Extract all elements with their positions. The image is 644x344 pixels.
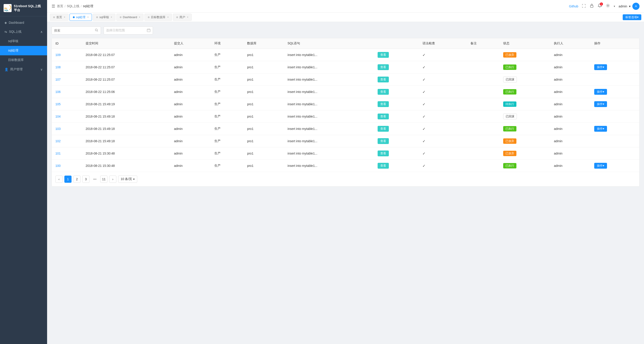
lock-icon[interactable] — [590, 3, 594, 9]
cell-db: pro1 — [244, 86, 284, 98]
view-button[interactable]: 查看 — [378, 114, 389, 119]
view-button[interactable]: 查看 — [378, 163, 389, 169]
tab-sql-process[interactable]: sql处理 × — [70, 14, 92, 21]
cell-executor: admin — [550, 49, 591, 61]
svg-text:SQL: SQL — [4, 9, 9, 11]
status-badge: 已执行 — [503, 64, 516, 70]
id-link[interactable]: 103 — [56, 127, 60, 131]
col-executor: 执行人 — [550, 38, 591, 49]
sidebar-section-user-mgmt[interactable]: 👤 用户管理 ∨ — [0, 65, 47, 74]
view-button[interactable]: 查看 — [378, 52, 389, 58]
table-row: 107 2018-08-22 11:25:07 admin 生产 pro1 in… — [52, 73, 639, 86]
action-button[interactable]: 操作▾ — [594, 126, 607, 132]
id-link[interactable]: 108 — [56, 65, 60, 69]
tab-target-db[interactable]: 目标数据库 × — [144, 14, 172, 21]
svg-rect-3 — [590, 5, 593, 7]
tab-close-sql-process[interactable]: × — [87, 16, 88, 18]
breadcrumb-home[interactable]: 首页 — [57, 4, 63, 8]
id-link[interactable]: 100 — [56, 164, 60, 168]
view-button[interactable]: 查看 — [378, 89, 389, 95]
breadcrumb-sql-online[interactable]: SQL上线 — [67, 4, 80, 8]
filter-bar: 选择日期范围 — [52, 26, 640, 34]
bell-icon[interactable]: 1 — [598, 3, 602, 9]
cell-submitter: admin — [170, 49, 211, 61]
tab-users[interactable]: 用户 × — [173, 14, 192, 21]
sidebar-item-target-db[interactable]: 目标数据库 — [0, 55, 47, 65]
action-button[interactable]: 操作▾ — [594, 163, 607, 169]
sidebar-logo-text: 51reboot SQL上线平台 — [14, 4, 44, 12]
cell-env: 生产 — [211, 110, 244, 123]
tab-close-dashboard[interactable]: × — [139, 16, 140, 18]
view-button[interactable]: 查看 — [378, 77, 389, 82]
check-mark: ✓ — [422, 102, 425, 106]
search-box[interactable] — [52, 26, 101, 34]
pagination-next[interactable]: › — [109, 175, 116, 183]
check-mark: ✓ — [422, 53, 425, 57]
action-button[interactable]: 操作▾ — [594, 101, 607, 107]
sidebar-section-sql-online[interactable]: ⇆ SQL上线 ∧ — [0, 27, 47, 36]
settings-icon[interactable] — [606, 3, 610, 9]
pagination-page-3[interactable]: 3 — [82, 175, 90, 183]
header-right: Github ⛶ 1 ▾ — [569, 3, 640, 10]
pagination-page-11[interactable]: 11 — [100, 175, 108, 183]
table-row: 108 2018-08-22 11:25:07 admin 生产 pro1 in… — [52, 61, 639, 73]
id-link[interactable]: 109 — [56, 53, 60, 57]
search-icon[interactable] — [95, 28, 98, 33]
cell-syntax: ✓ — [419, 110, 467, 123]
user-menu[interactable]: admin ▾ A — [619, 3, 640, 10]
cell-executor: admin — [550, 123, 591, 135]
view-button[interactable]: 查看 — [378, 126, 389, 132]
date-picker[interactable]: 选择日期范围 — [104, 26, 153, 34]
sidebar-item-sql-process[interactable]: sql处理 — [0, 46, 47, 55]
tab-dashboard[interactable]: Dashboard × — [116, 14, 144, 21]
page-size-selector[interactable]: 10 条/页 — [118, 175, 137, 183]
id-link[interactable]: 102 — [56, 139, 60, 143]
cell-submitter: admin — [170, 147, 211, 160]
cell-time: 2018-08-22 11:25:07 — [82, 73, 170, 86]
sidebar-label-sql-review: sql审核 — [8, 39, 18, 43]
id-link[interactable]: 101 — [56, 152, 60, 155]
id-link[interactable]: 105 — [56, 102, 60, 106]
cell-executor: admin — [550, 86, 591, 98]
cell-submitter: admin — [170, 110, 211, 123]
cell-id: 100 — [52, 160, 82, 172]
action-button[interactable]: 操作▾ — [594, 89, 607, 95]
pagination-prev[interactable]: ‹ — [56, 175, 62, 183]
view-button[interactable]: 查看 — [378, 64, 389, 70]
tab-dot-dashboard — [120, 16, 122, 18]
pagination-page-2[interactable]: 2 — [73, 175, 80, 183]
view-button[interactable]: 查看 — [378, 101, 389, 107]
hamburger-button[interactable]: ☰ — [52, 4, 55, 9]
sidebar-item-sql-review[interactable]: sql审核 — [0, 36, 47, 46]
search-input[interactable] — [54, 29, 93, 32]
id-link[interactable]: 106 — [56, 90, 60, 94]
tab-close-users[interactable]: × — [187, 16, 188, 18]
sidebar-label-user-mgmt: 用户管理 — [10, 67, 23, 71]
tab-sql-review[interactable]: sql审核 × — [93, 14, 115, 21]
cell-note — [467, 73, 500, 86]
tab-home[interactable]: 首页 × — [50, 14, 68, 21]
tabs-action-button[interactable]: 标签选项▾ — [623, 14, 641, 20]
table-row: 106 2018-08-22 11:25:06 admin 生产 pro1 in… — [52, 86, 639, 98]
cell-sql: insert into mytable1... — [284, 110, 374, 123]
id-link[interactable]: 107 — [56, 78, 60, 81]
id-link[interactable]: 104 — [56, 115, 60, 118]
action-button[interactable]: 操作▾ — [594, 64, 607, 70]
breadcrumb-current: sql处理 — [83, 4, 93, 8]
github-link[interactable]: Github — [569, 4, 578, 8]
pagination-page-1[interactable]: 1 — [64, 175, 72, 183]
settings-dropdown-icon[interactable]: ▾ — [614, 5, 615, 8]
cell-note — [467, 49, 500, 61]
cell-view-btn: 查看 — [374, 147, 419, 160]
cell-status: 已回滚 — [500, 73, 550, 86]
breadcrumb-sep-1: / — [64, 4, 66, 8]
sidebar-item-dashboard[interactable]: ◈ Dashboard — [0, 18, 47, 27]
view-button[interactable]: 查看 — [378, 151, 389, 156]
tab-close-target-db[interactable]: × — [167, 16, 168, 18]
expand-icon[interactable]: ⛶ — [582, 4, 586, 8]
status-badge: 待执行 — [503, 101, 516, 107]
view-button[interactable]: 查看 — [378, 138, 389, 144]
tab-close-sql-review[interactable]: × — [111, 16, 112, 18]
cell-status: 已放弃 — [500, 135, 550, 147]
tab-close-home[interactable]: × — [64, 16, 65, 18]
